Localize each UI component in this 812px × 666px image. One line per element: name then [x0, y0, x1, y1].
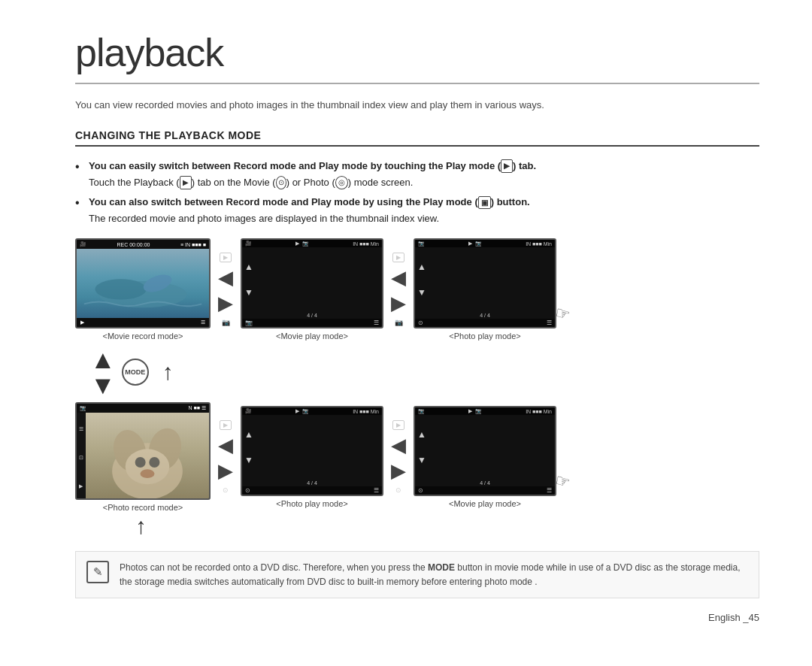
note-icon: ✎	[86, 561, 109, 583]
up-down-arrows: ▲ ▼	[90, 347, 116, 398]
photo-play-top-label: <Photo play mode>	[449, 331, 520, 341]
note-text: Photos can not be recorded onto a DVD di…	[120, 561, 748, 589]
photo-record-label: <Photo record mode>	[103, 503, 183, 512]
photo-record-topbar: 📷 N■■☰	[77, 404, 209, 413]
nav-arrows-3: ▶ ◀ ▶ ⊙	[214, 420, 238, 494]
photo-play-bottom-label: <Photo play mode>	[276, 499, 347, 508]
page-title: playback	[75, 30, 759, 84]
right-arrow-4: ▶	[391, 459, 406, 483]
left-arrow-1: ◀	[218, 266, 233, 289]
left-arrow-2: ◀	[391, 266, 406, 289]
note-box: ✎ Photos can not be recorded onto a DVD …	[75, 551, 759, 598]
svg-point-6	[126, 449, 170, 484]
nav-arrows-1: ▶ ◀ ▶ 📷	[214, 253, 238, 326]
movie-play-bottom-group: 📷 ▶ 📷 IN ■■■ Min ▲ ▼	[414, 406, 556, 508]
photo-record-screen: 📷 N■■☰ ☰ ⊡ ▶	[75, 402, 211, 500]
down-arrow: ▼	[90, 372, 116, 398]
diagram-top-row: 🎥 REC 00:00:00 ≡IN■■■■	[75, 238, 759, 341]
right-arrow-3: ▶	[218, 459, 233, 483]
path-arrow-right: ↑	[162, 359, 174, 385]
photo-play-bottom-screen: 🎥 ▶ 📷 IN ■■■ Min ▲ ▼	[241, 406, 383, 496]
section-heading: CHANGING THE PLAYBACK MODE	[75, 129, 759, 147]
svg-point-7	[135, 457, 146, 468]
movie-record-image	[77, 249, 209, 318]
movie-record-topbar: 🎥 REC 00:00:00 ≡IN■■■■	[77, 240, 209, 249]
left-arrow-3: ◀	[218, 434, 233, 457]
photo-play-top-group: 📷 ▶ 📷 IN ■■■ Min ▲ ▼	[414, 238, 556, 341]
movie-record-screen: 🎥 REC 00:00:00 ≡IN■■■■	[75, 238, 211, 328]
photo-record-image	[86, 413, 209, 500]
svg-point-8	[149, 457, 159, 468]
diagram-area: 🎥 REC 00:00:00 ≡IN■■■■	[75, 238, 759, 539]
movie-record-bottombar: ▶ ☰	[77, 318, 209, 327]
movie-play-bottom-screen: 📷 ▶ 📷 IN ■■■ Min ▲ ▼	[414, 406, 556, 496]
movie-play-top-label: <Movie play mode>	[276, 331, 348, 341]
svg-point-1	[95, 279, 146, 299]
nav-arrows-2: ▶ ◀ ▶ 📷	[386, 253, 411, 326]
up-arrow: ▲	[90, 347, 116, 372]
bullet-item-2: You can also switch between Record mode …	[75, 195, 759, 226]
right-arrow-1: ▶	[218, 292, 233, 315]
bullet-list: You can easily switch between Record mod…	[75, 159, 759, 227]
between-rows: ▲ ▼ MODE ↑	[75, 344, 759, 401]
bullet-item-1: You can easily switch between Record mod…	[75, 159, 759, 190]
photo-play-top-screen: 📷 ▶ 📷 IN ■■■ Min ▲ ▼	[414, 238, 556, 328]
movie-record-group: 🎥 REC 00:00:00 ≡IN■■■■	[75, 238, 211, 341]
intro-text: You can view recorded movies and photo i…	[75, 98, 759, 113]
movie-play-bottom-label: <Movie play mode>	[449, 499, 521, 508]
diagram-bottom-row: 📷 N■■☰ ☰ ⊡ ▶	[75, 402, 759, 512]
photo-play-bottom-group: 🎥 ▶ 📷 IN ■■■ Min ▲ ▼	[241, 406, 383, 508]
movie-play-top-group: 🎥 ▶ 📷 IN ■■■ Min ▲ ▼	[241, 238, 383, 341]
movie-record-label: <Movie record mode>	[103, 331, 183, 341]
svg-point-9	[141, 469, 155, 478]
left-arrow-4: ◀	[391, 434, 406, 457]
photo-record-group: 📷 N■■☰ ☰ ⊡ ▶	[75, 402, 211, 512]
movie-play-top-screen: 🎥 ▶ 📷 IN ■■■ Min ▲ ▼	[241, 238, 383, 328]
right-arrow-2: ▶	[391, 292, 406, 315]
mode-button[interactable]: MODE	[122, 359, 149, 386]
nav-arrows-4: ▶ ◀ ▶ ⊙	[386, 420, 411, 494]
page-footer: English _45	[75, 612, 759, 623]
bottom-path-arrow: ↑	[75, 513, 759, 539]
